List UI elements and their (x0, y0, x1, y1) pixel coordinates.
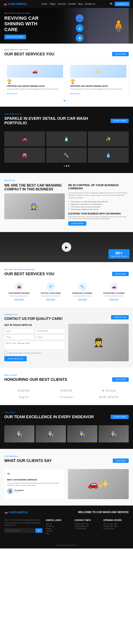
service-card-1: 🚗 🏆 CERTIFIED AND AWARD WINNING WASH Lor… (4, 62, 65, 98)
footer-contact-title: CONTACT INFO (74, 519, 100, 522)
testimonials-label: TESTIMONIAL (4, 455, 52, 457)
nav-pages[interactable]: Pages (50, 3, 56, 5)
s-dot-3[interactable] (68, 100, 69, 101)
nav-blog[interactable]: Blog (78, 3, 82, 5)
services2-label: WHY WE ARE BEST SERVICES (4, 268, 54, 270)
video-stat-number: 0K+ (111, 251, 127, 256)
testimonial-image: 🚗✨ (68, 469, 129, 499)
services1-section: WHAT WE DO FOR YOU OUR BEST SERVICES YOU… (0, 44, 133, 106)
logo-text: CARCAREFUL (8, 2, 27, 6)
service-card-2-img: ✨ (70, 65, 126, 78)
nav-portfolio[interactable]: Portfolio (68, 3, 76, 5)
p-dot-1[interactable] (64, 165, 65, 166)
s-dot-2[interactable] (66, 100, 67, 101)
team-learn-more[interactable]: LEARN MORE (111, 415, 129, 419)
portfolio-section: OUR PORTFOLIO SPARKLE IN EVERY DETAIL OU… (0, 107, 133, 173)
p-dot-2[interactable] (66, 165, 67, 166)
hero-icon-wash: 🧴 (76, 24, 83, 32)
footer-copyright: Proudly powered by WordPress (4, 544, 129, 546)
footer-links-title: USEFUL LINKS (46, 519, 71, 522)
logo-icon: 🚗 (4, 2, 7, 6)
nav-contact[interactable]: Contact Us (85, 3, 95, 5)
clients-view-more[interactable]: VIEW MORE (112, 378, 129, 382)
service2-card-1-title: CAR INTERIOR WASHING (4, 292, 34, 294)
service2-card-2-desc: Lorem ipsum dolor sit amet. (36, 295, 65, 297)
footer-link-3[interactable]: Portfolio (46, 528, 71, 529)
portfolio-item-2[interactable]: 🧴 (46, 132, 87, 146)
contact-send-button[interactable]: SEND MESSAGE (4, 356, 27, 361)
service1-link[interactable]: READ MORE (7, 93, 17, 95)
client-logo-6: BAR SAUCE (89, 396, 129, 399)
portfolio-item-3[interactable]: ✨ (88, 132, 129, 146)
footer-subscribe-button[interactable]: GO (35, 528, 42, 533)
service2-desc: Lorem ipsum dolor sit amet consectetur a… (70, 88, 126, 90)
portfolio-item-1[interactable]: 🚗 (4, 132, 45, 146)
service2-card-3-link[interactable]: READ MORE (78, 298, 87, 300)
service2-card-4-link[interactable]: READ MORE (109, 298, 118, 300)
footer-link-4[interactable]: Contact Us (46, 530, 71, 532)
hero-cta-button[interactable]: DISCOVER MORE (4, 34, 26, 39)
footer-hours-title: OPENING HOURS (103, 519, 129, 522)
portfolio-grid: 🚗 🧴 ✨ 🚘 🔧 💧 (4, 132, 129, 163)
contact-form-wrapper: GET IN TOUCH WITH US I have read and agr… (4, 324, 65, 361)
video-play-button[interactable]: ▶ (62, 242, 71, 252)
service2-card-1-link[interactable]: READ MORE (15, 298, 24, 300)
services2-title: OUR BEST SERVICES YOU (4, 272, 54, 276)
author-name: Alex Martin (15, 490, 24, 491)
nav-home[interactable]: Home (42, 3, 47, 5)
client-logo-5: Triangle (47, 396, 86, 399)
footer-col-links: USEFUL LINKS About Us Our Services Portf… (46, 519, 71, 535)
footer-email-input[interactable] (4, 528, 34, 533)
contact-phone-input[interactable] (4, 335, 34, 340)
portfolio-item-4[interactable]: 🚘 (4, 148, 45, 163)
about-learn-more[interactable]: LEARN MORE (68, 221, 86, 226)
about-label: ABOUT US (4, 180, 129, 182)
about-left-image: 🧑‍🔧 (4, 194, 65, 219)
footer-columns: STAY UP TO DATE WITH ORGEON CHURCH Lorem… (4, 519, 129, 535)
testimonial-card-1: ❝ BEST CAR WASHING SERVICES Lorem ipsum … (4, 469, 65, 499)
portfolio-item-6[interactable]: 💧 (88, 148, 129, 163)
s-dot-1[interactable] (64, 100, 65, 101)
about-sub-desc: Nulla facilisi morbi tempus iaculis urna… (68, 216, 129, 220)
services1-view-more[interactable]: VIEW MORE (112, 52, 129, 56)
video-stat: 0K+ Happy Clients This year (108, 249, 129, 259)
about-subtitle: ELEVATING YOUR BUSINESS WITH CAR WASHING (68, 212, 129, 215)
footer-welcome: WELCOME TO CAR WASH AND SERVICE (78, 511, 129, 514)
contact-title: CONTACT US FOR QUALITY CARE! (4, 317, 63, 321)
about-list: Lorem ipsum car wash technology fully op… (68, 201, 129, 210)
service2-card-2-title: CRYSTAL CLEAR SHINE (36, 292, 65, 294)
footer-col-brand: STAY UP TO DATE WITH ORGEON CHURCH Lorem… (4, 519, 42, 535)
contact-name-input[interactable] (4, 328, 34, 334)
client-logo-3: ⊕ Global (89, 389, 129, 392)
contact-terms-checkbox[interactable] (4, 352, 7, 354)
search-icon[interactable]: 🔍 (110, 2, 113, 6)
contact-btn[interactable]: CONTACT US (111, 315, 129, 320)
about-section: ABOUT US WE ARE THE BEST CAR WASHING COM… (0, 173, 133, 232)
team-member-3: 🧑‍🔧 (67, 425, 97, 442)
team-grid: 🧑‍🔧 🧑‍🔧 🧑‍🔧 🧑‍🔧 (4, 425, 129, 442)
testimonials-view-post[interactable]: VIEW POST (113, 458, 129, 463)
portfolio-learn-more[interactable]: LEARN MORE (111, 119, 129, 123)
services2-view-more[interactable]: VIEW MORE (112, 272, 129, 276)
testimonials-title: WHAT OUR CLIENTS SAY (4, 458, 52, 463)
footer-hours-3: Sunday: Closed (103, 528, 129, 529)
nav-services[interactable]: Services (58, 3, 66, 5)
client-logo-1: SINFINI (4, 389, 44, 392)
service2-card-2-link[interactable]: READ MORE (46, 298, 55, 300)
contact-form-title: GET IN TOUCH WITH US (4, 324, 65, 326)
services1-dots (4, 100, 129, 101)
portfolio-item-5[interactable]: 🔧 (46, 148, 87, 163)
service2-link[interactable]: READ MORE (70, 93, 80, 95)
p-dot-3[interactable] (68, 165, 69, 166)
service2-card-4: 🚗 CONVERTIBLE CLEANING Lorem ipsum dolor… (99, 282, 129, 301)
footer-link-5[interactable]: Blog (46, 532, 71, 534)
clients-section: NEW CLIENT HONOURING OUR BEST CLIENTS VI… (0, 368, 133, 405)
testimonials-section: TESTIMONIAL WHAT OUR CLIENTS SAY VIEW PO… (0, 449, 133, 506)
contact-subject-input[interactable] (35, 335, 65, 340)
header-contact-button[interactable]: Contact Us (115, 2, 129, 6)
contact-email-input[interactable] (35, 328, 65, 334)
contact-message-input[interactable] (4, 341, 65, 350)
service2-card-3-desc: Lorem ipsum dolor sit amet. (68, 295, 97, 297)
footer-link-2[interactable]: Our Services (46, 526, 71, 527)
footer-link-1[interactable]: About Us (46, 523, 71, 525)
